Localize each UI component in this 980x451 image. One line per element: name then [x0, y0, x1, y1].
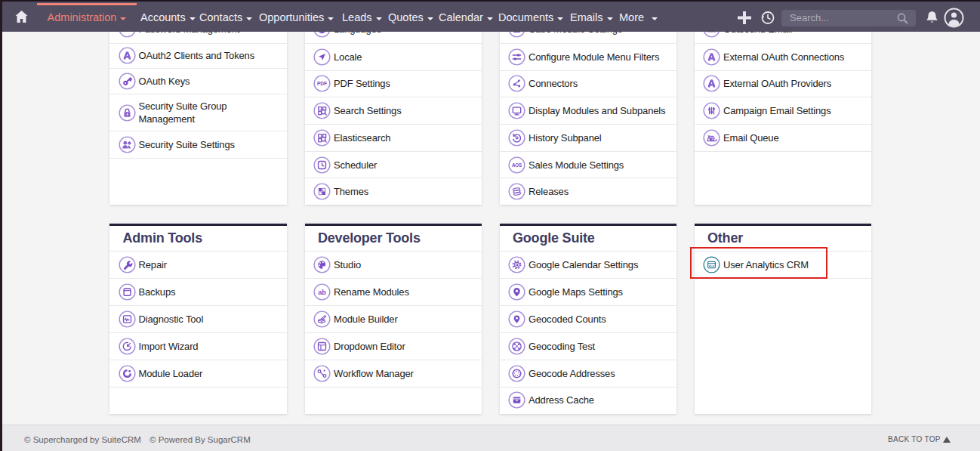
svg-text:PDF: PDF — [317, 81, 327, 86]
svg-text:AOS: AOS — [512, 162, 522, 168]
svg-text:ab: ab — [318, 288, 326, 295]
